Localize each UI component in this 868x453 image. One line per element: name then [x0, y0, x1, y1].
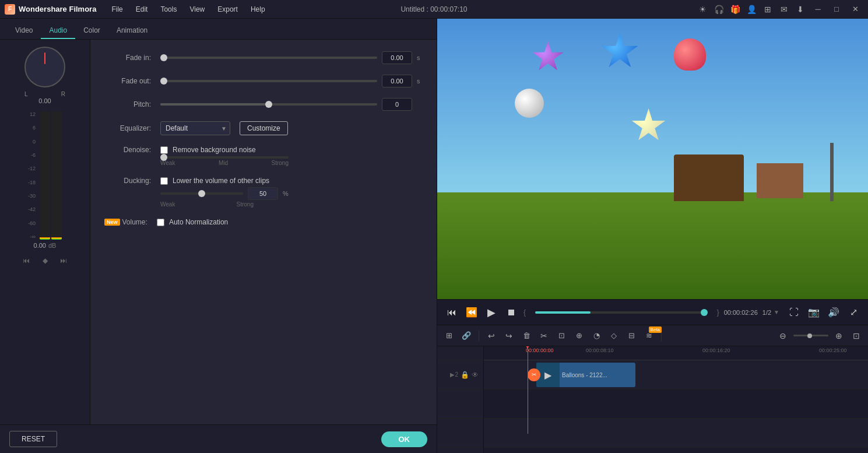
pitch-value[interactable]: 0 — [382, 98, 412, 111]
color-wheel-button[interactable]: ◔ — [589, 329, 603, 343]
timeline-ruler: 00:00:00:00 00:00:08:10 00:00:16:20 00:0… — [484, 346, 868, 360]
fade-out-label: Fade out: — [104, 77, 151, 85]
timeline-content: ▶2 🔒 👁 00:00:00:00 00:00:08:10 — [437, 346, 868, 453]
track-add-button[interactable]: ⊞ — [442, 329, 456, 343]
fit-to-screen-button[interactable]: ⊡ — [849, 329, 863, 343]
fade-in-value[interactable]: 0.00 — [382, 51, 412, 64]
download-icon[interactable]: ⬇ — [793, 2, 807, 16]
tab-animation[interactable]: Animation — [108, 23, 156, 39]
ducking-thumb — [198, 190, 205, 197]
ok-button[interactable]: OK — [381, 431, 428, 447]
settings-slider-button[interactable]: ⊟ — [624, 329, 638, 343]
ground-bg — [437, 192, 868, 299]
menu-file[interactable]: File — [106, 3, 128, 16]
meter-reset-btn[interactable]: ◆ — [38, 254, 52, 268]
menu-help[interactable]: Help — [245, 3, 271, 16]
pitch-fill — [160, 103, 269, 106]
denoise-thumb — [160, 154, 167, 161]
magnet-button[interactable]: 🔗 — [459, 329, 473, 343]
waveform-button[interactable]: ≋ Beta — [642, 329, 656, 343]
timeline-toolbar: ⊞ 🔗 ↩ ↪ 🗑 ✂ ⊡ ⊕ ◔ ◇ ⊟ ≋ Beta ⊖ — [437, 325, 868, 346]
delete-button[interactable]: 🗑 — [519, 329, 533, 343]
volume-row: New Volume: Auto Normalization — [104, 218, 423, 226]
db-value: 0.00 — [34, 242, 46, 249]
db-6: 6 — [28, 125, 36, 131]
pan-knob[interactable] — [24, 47, 65, 87]
db-ninf: -∞ — [28, 234, 36, 240]
equalizer-select[interactable]: Default — [160, 121, 230, 135]
fade-in-unit: s — [417, 54, 423, 61]
ducking-slider — [160, 192, 243, 195]
zoom-circle-button[interactable]: ⊕ — [572, 329, 586, 343]
menu-tools[interactable]: Tools — [154, 3, 182, 16]
left-panel: Video Audio Color Animation L R 0.00 — [0, 19, 437, 453]
customize-button[interactable]: Customize — [240, 121, 288, 135]
track-1-visibility[interactable]: 👁 — [472, 371, 479, 379]
progress-thumb[interactable] — [701, 309, 708, 316]
timeline-labels: ▶2 🔒 👁 — [437, 346, 484, 453]
stop-button[interactable]: ⏹ — [504, 305, 519, 320]
pitch-label: Pitch: — [104, 100, 151, 108]
ducking-checkbox[interactable] — [160, 177, 168, 185]
menu-view[interactable]: View — [184, 3, 210, 16]
headphone-icon[interactable]: 🎧 — [712, 2, 726, 16]
volume-button[interactable]: 🔊 — [826, 305, 841, 320]
meter-prev-btn[interactable]: ⏮ — [19, 254, 33, 268]
undo-button[interactable]: ↩ — [484, 329, 498, 343]
tab-video[interactable]: Video — [7, 23, 41, 39]
pitch-slider[interactable] — [160, 103, 377, 106]
screenshot-button[interactable]: 📷 — [806, 305, 821, 320]
flag-button[interactable]: ◇ — [607, 329, 621, 343]
audio-panel: L R 0.00 12 6 0 -6 -12 -18 -30 -42 -60 — [0, 40, 437, 424]
zoom-slider[interactable] — [793, 335, 828, 336]
play-button[interactable]: ▶ — [484, 305, 499, 320]
layout-icon[interactable]: ⊞ — [761, 2, 775, 16]
zoom-in-button[interactable]: ⊕ — [832, 329, 846, 343]
zoom-out-button[interactable]: ⊖ — [776, 329, 790, 343]
gift-icon[interactable]: 🎁 — [728, 2, 742, 16]
cut-badge-container: ✂ — [528, 368, 540, 381]
fade-out-slider[interactable] — [160, 80, 377, 82]
mail-icon[interactable]: ✉ — [777, 2, 791, 16]
sun-icon[interactable]: ☀ — [695, 2, 709, 16]
titlebar: F Wondershare Filmora File Edit Tools Vi… — [0, 0, 868, 19]
timeline-area: ⊞ 🔗 ↩ ↪ 🗑 ✂ ⊡ ⊕ ◔ ◇ ⊟ ≋ Beta ⊖ — [437, 325, 868, 453]
fade-out-thumb[interactable] — [160, 78, 167, 85]
tab-color[interactable]: Color — [75, 23, 108, 39]
crop-button[interactable]: ⊡ — [554, 329, 568, 343]
step-back-button[interactable]: ⏪ — [464, 305, 479, 320]
volume-checkbox[interactable] — [157, 219, 164, 226]
fade-in-thumb[interactable] — [160, 54, 167, 61]
zoom-thumb[interactable] — [807, 333, 812, 338]
meter-next-btn[interactable]: ⏭ — [57, 254, 71, 268]
track-row-2 — [484, 389, 868, 419]
fade-out-value[interactable]: 0.00 — [382, 75, 412, 87]
redo-button[interactable]: ↪ — [502, 329, 516, 343]
track-3-label — [437, 419, 483, 448]
fullscreen-button[interactable]: ⛶ — [786, 305, 802, 320]
volume-checkbox-label: Auto Normalization — [169, 218, 228, 226]
more-options-button[interactable]: ⤢ — [846, 305, 861, 320]
denoise-checkbox[interactable] — [160, 146, 168, 154]
menu-export[interactable]: Export — [212, 3, 244, 16]
tab-audio[interactable]: Audio — [41, 23, 75, 39]
close-button[interactable]: ✕ — [847, 1, 863, 17]
controls-area: Fade in: 0.00 s Fade out: — [90, 40, 437, 424]
denoise-slider — [160, 156, 289, 159]
page-number: 1/2 — [762, 309, 771, 316]
rewind-to-start-button[interactable]: ⏮ — [444, 305, 459, 320]
db-unit: dB — [48, 242, 56, 249]
video-progress-bar[interactable] — [535, 311, 708, 314]
user-icon[interactable]: 👤 — [744, 2, 758, 16]
playhead[interactable] — [528, 346, 528, 434]
maximize-button[interactable]: □ — [828, 1, 845, 17]
video-clip[interactable]: ▶ Balloons - 2122... — [536, 363, 635, 387]
fade-in-slider[interactable] — [160, 57, 377, 59]
reset-button[interactable]: RESET — [9, 431, 57, 447]
ruler-mark-2: 00:00:16:20 — [702, 347, 730, 353]
menu-edit[interactable]: Edit — [130, 3, 154, 16]
pitch-thumb[interactable] — [265, 101, 272, 108]
cut-button[interactable]: ✂ — [537, 329, 551, 343]
minimize-button[interactable]: ─ — [810, 1, 826, 17]
track-1-lock[interactable]: 🔒 — [461, 371, 469, 379]
